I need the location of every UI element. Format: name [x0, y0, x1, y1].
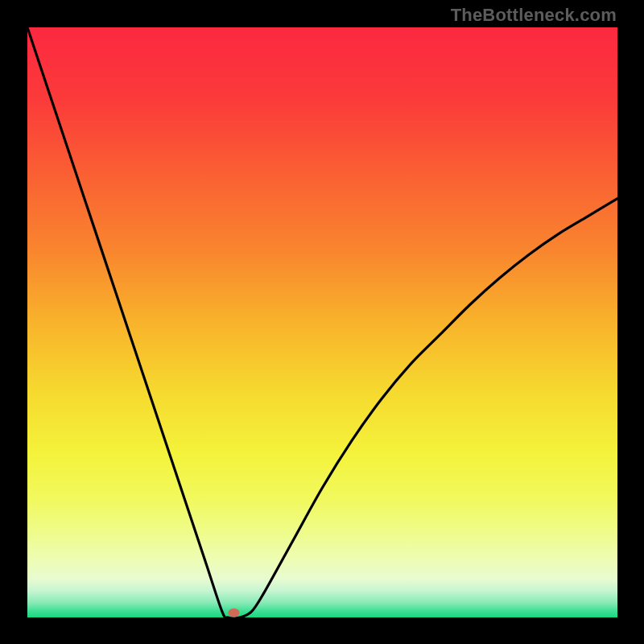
chart-frame: TheBottleneck.com [0, 0, 644, 644]
bottleneck-chart [27, 27, 617, 617]
plot-area [27, 27, 617, 617]
gradient-background [27, 27, 617, 617]
watermark-text: TheBottleneck.com [451, 5, 617, 26]
optimum-marker [229, 609, 240, 617]
